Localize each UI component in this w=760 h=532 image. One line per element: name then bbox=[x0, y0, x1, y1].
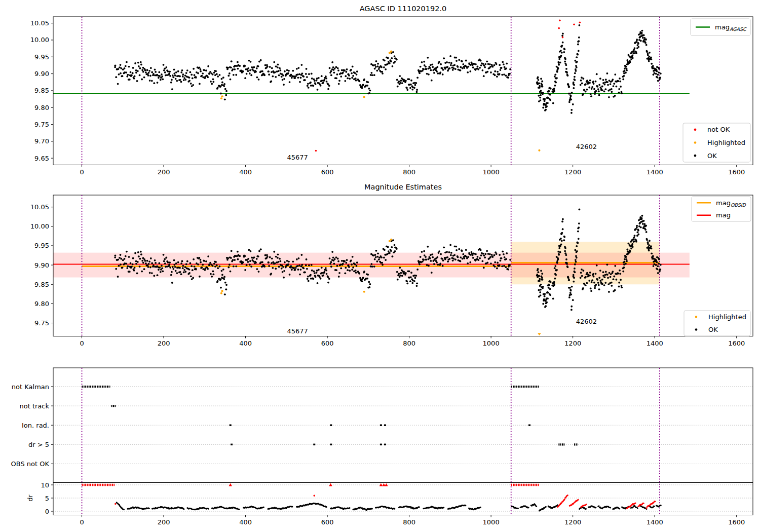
legend: magOBSIDmag bbox=[692, 197, 751, 221]
y-tick-label: 9.95 bbox=[34, 53, 49, 61]
x-tick-label: 1000 bbox=[483, 518, 500, 526]
y-tick-label: 10.00 bbox=[30, 36, 49, 44]
x-tick-label: 600 bbox=[321, 518, 334, 526]
legend-dot-swatch bbox=[694, 155, 697, 157]
x-tick-label: 1600 bbox=[728, 168, 745, 176]
y-tick-label: 9.85 bbox=[34, 281, 49, 288]
obsid-annotation: 42602 bbox=[576, 143, 597, 150]
x-tick-label: 1200 bbox=[564, 339, 581, 347]
flag-bars bbox=[82, 387, 578, 445]
obsid-annotation: 42602 bbox=[576, 318, 597, 325]
x-tick-label: 0 bbox=[80, 168, 84, 176]
x-tick-label: 0 bbox=[80, 518, 84, 526]
obsid-annotation: 45677 bbox=[287, 327, 308, 335]
legend-label: OK bbox=[708, 326, 718, 333]
bottom-x-axis: 02004006008001000120014001600 bbox=[80, 515, 745, 526]
y-tick-label: 9.80 bbox=[34, 300, 49, 308]
legend-dot-swatch bbox=[694, 141, 697, 144]
x-tick-label: 200 bbox=[158, 339, 170, 347]
middle-plot-title: Magnitude Estimates bbox=[364, 183, 442, 191]
dr-tick-label: 5 bbox=[45, 495, 49, 502]
x-tick-label: 800 bbox=[403, 339, 415, 347]
dr-tick-label: 10 bbox=[41, 481, 49, 489]
x-tick-label: 400 bbox=[239, 339, 252, 347]
x-tick-label: 1000 bbox=[483, 168, 500, 176]
y-tick-label: 9.90 bbox=[34, 261, 49, 269]
dr-curve-black bbox=[116, 502, 662, 511]
top-x-axis: 02004006008001000120014001600 bbox=[80, 165, 745, 176]
obsid-annotation: 45677 bbox=[287, 154, 308, 161]
middle-x-axis: 02004006008001000120014001600 bbox=[80, 336, 745, 347]
x-tick-label: 800 bbox=[403, 518, 415, 526]
x-tick-label: 1200 bbox=[564, 518, 581, 526]
y-tick-label: 9.85 bbox=[34, 87, 49, 94]
y-tick-label: 9.90 bbox=[34, 70, 49, 78]
middle-y-axis: 9.759.809.859.909.9510.0010.05 bbox=[30, 203, 53, 327]
x-tick-label: 800 bbox=[403, 168, 415, 176]
y-tick-label: 10.00 bbox=[30, 222, 49, 230]
x-tick-label: 200 bbox=[158, 168, 170, 176]
legend-label: not OK bbox=[707, 126, 730, 133]
x-tick-label: 1400 bbox=[647, 518, 663, 526]
legend: not OKHighlightedOK bbox=[683, 123, 750, 162]
x-tick-label: 1000 bbox=[483, 339, 500, 347]
flag-row-label: Ion. rad. bbox=[22, 422, 49, 429]
x-tick-label: 400 bbox=[239, 168, 252, 176]
y-tick-label: 9.95 bbox=[34, 242, 49, 249]
legend: magAGASC bbox=[691, 19, 750, 35]
flag-row-label: dr > 5 bbox=[28, 441, 49, 448]
dr-capped-red bbox=[82, 483, 540, 486]
y-tick-label: 9.75 bbox=[34, 121, 49, 128]
top-plot-title: AGASC ID 111020192.0 bbox=[360, 5, 447, 13]
legend-label: mag bbox=[716, 211, 731, 219]
x-tick-label: 1600 bbox=[728, 339, 745, 347]
top-ok-points bbox=[114, 24, 661, 114]
x-tick-label: 600 bbox=[321, 168, 334, 176]
y-tick-label: 10.05 bbox=[30, 19, 49, 27]
y-tick-label: 10.05 bbox=[30, 203, 49, 211]
y-tick-label: 9.65 bbox=[34, 155, 49, 162]
dr-tick-label: 0 bbox=[45, 508, 49, 515]
figure-canvas: 020040060080010001200140016009.659.709.7… bbox=[0, 0, 760, 532]
y-tick-label: 9.80 bbox=[34, 104, 49, 111]
x-tick-label: 1400 bbox=[647, 168, 663, 176]
flag-row-label: not Kalman bbox=[12, 383, 49, 391]
agasc-magnitude-figure: 020040060080010001200140016009.659.709.7… bbox=[0, 0, 760, 532]
x-tick-label: 1200 bbox=[564, 168, 581, 176]
highlighted-clipped-triangle bbox=[538, 333, 541, 336]
bottom-gridlines bbox=[53, 387, 753, 511]
top-y-axis: 9.659.709.759.809.859.909.9510.0010.05 bbox=[30, 19, 53, 162]
y-tick-label: 9.75 bbox=[34, 319, 49, 327]
legend-dot-swatch bbox=[694, 129, 697, 131]
top-plot-frame bbox=[53, 17, 753, 165]
legend-label: OK bbox=[707, 152, 717, 160]
top-not-ok-points bbox=[315, 20, 581, 152]
x-tick-label: 200 bbox=[158, 518, 170, 526]
legend-label: Highlighted bbox=[708, 313, 746, 321]
flag-row-label: OBS not OK bbox=[11, 460, 50, 468]
dr-axis-label: dr bbox=[26, 495, 34, 502]
y-tick-label: 9.70 bbox=[34, 137, 49, 145]
x-tick-label: 600 bbox=[321, 339, 334, 347]
x-tick-label: 0 bbox=[80, 339, 84, 347]
flag-row-label: not track bbox=[19, 402, 49, 410]
legend: HighlightedOK bbox=[684, 311, 750, 336]
x-tick-label: 400 bbox=[239, 518, 252, 526]
bottom-plot-frame bbox=[53, 368, 753, 515]
x-tick-label: 1400 bbox=[647, 339, 663, 347]
x-tick-label: 1600 bbox=[728, 518, 745, 526]
legend-dot-swatch bbox=[695, 316, 698, 318]
legend-dot-swatch bbox=[695, 328, 698, 331]
legend-label: Highlighted bbox=[707, 139, 745, 146]
